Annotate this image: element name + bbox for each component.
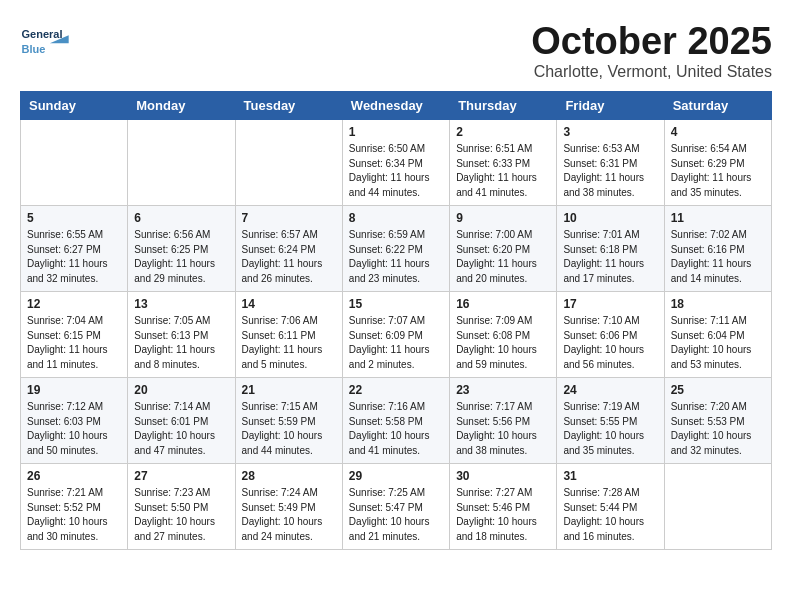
- day-number: 28: [242, 469, 336, 483]
- day-info: Sunrise: 7:20 AM Sunset: 5:53 PM Dayligh…: [671, 400, 765, 458]
- logo-icon: General Blue: [20, 20, 75, 60]
- calendar-cell: 11Sunrise: 7:02 AM Sunset: 6:16 PM Dayli…: [664, 206, 771, 292]
- day-info: Sunrise: 7:21 AM Sunset: 5:52 PM Dayligh…: [27, 486, 121, 544]
- day-number: 16: [456, 297, 550, 311]
- day-number: 17: [563, 297, 657, 311]
- calendar-cell: 24Sunrise: 7:19 AM Sunset: 5:55 PM Dayli…: [557, 378, 664, 464]
- calendar-cell: 18Sunrise: 7:11 AM Sunset: 6:04 PM Dayli…: [664, 292, 771, 378]
- title-area: October 2025 Charlotte, Vermont, United …: [531, 20, 772, 81]
- day-number: 9: [456, 211, 550, 225]
- calendar-week-1: 1Sunrise: 6:50 AM Sunset: 6:34 PM Daylig…: [21, 120, 772, 206]
- weekday-header-saturday: Saturday: [664, 92, 771, 120]
- day-info: Sunrise: 7:28 AM Sunset: 5:44 PM Dayligh…: [563, 486, 657, 544]
- day-number: 25: [671, 383, 765, 397]
- day-number: 20: [134, 383, 228, 397]
- day-info: Sunrise: 6:50 AM Sunset: 6:34 PM Dayligh…: [349, 142, 443, 200]
- day-info: Sunrise: 6:59 AM Sunset: 6:22 PM Dayligh…: [349, 228, 443, 286]
- day-number: 31: [563, 469, 657, 483]
- calendar-cell: 27Sunrise: 7:23 AM Sunset: 5:50 PM Dayli…: [128, 464, 235, 550]
- day-number: 23: [456, 383, 550, 397]
- day-number: 11: [671, 211, 765, 225]
- day-info: Sunrise: 6:56 AM Sunset: 6:25 PM Dayligh…: [134, 228, 228, 286]
- calendar-cell: [664, 464, 771, 550]
- page-header: General Blue October 2025 Charlotte, Ver…: [20, 20, 772, 81]
- day-number: 13: [134, 297, 228, 311]
- calendar-cell: 22Sunrise: 7:16 AM Sunset: 5:58 PM Dayli…: [342, 378, 449, 464]
- day-info: Sunrise: 7:16 AM Sunset: 5:58 PM Dayligh…: [349, 400, 443, 458]
- calendar-cell: 7Sunrise: 6:57 AM Sunset: 6:24 PM Daylig…: [235, 206, 342, 292]
- location: Charlotte, Vermont, United States: [531, 63, 772, 81]
- svg-text:General: General: [22, 28, 63, 40]
- day-number: 21: [242, 383, 336, 397]
- day-number: 8: [349, 211, 443, 225]
- svg-text:Blue: Blue: [22, 43, 46, 55]
- calendar-table: SundayMondayTuesdayWednesdayThursdayFrid…: [20, 91, 772, 550]
- calendar-week-5: 26Sunrise: 7:21 AM Sunset: 5:52 PM Dayli…: [21, 464, 772, 550]
- calendar-cell: [235, 120, 342, 206]
- calendar-cell: 12Sunrise: 7:04 AM Sunset: 6:15 PM Dayli…: [21, 292, 128, 378]
- day-number: 10: [563, 211, 657, 225]
- calendar-cell: 2Sunrise: 6:51 AM Sunset: 6:33 PM Daylig…: [450, 120, 557, 206]
- day-info: Sunrise: 6:53 AM Sunset: 6:31 PM Dayligh…: [563, 142, 657, 200]
- weekday-header-friday: Friday: [557, 92, 664, 120]
- calendar-cell: 21Sunrise: 7:15 AM Sunset: 5:59 PM Dayli…: [235, 378, 342, 464]
- day-info: Sunrise: 7:04 AM Sunset: 6:15 PM Dayligh…: [27, 314, 121, 372]
- calendar-cell: 10Sunrise: 7:01 AM Sunset: 6:18 PM Dayli…: [557, 206, 664, 292]
- calendar-cell: 3Sunrise: 6:53 AM Sunset: 6:31 PM Daylig…: [557, 120, 664, 206]
- calendar-cell: 25Sunrise: 7:20 AM Sunset: 5:53 PM Dayli…: [664, 378, 771, 464]
- calendar-cell: 19Sunrise: 7:12 AM Sunset: 6:03 PM Dayli…: [21, 378, 128, 464]
- calendar-week-3: 12Sunrise: 7:04 AM Sunset: 6:15 PM Dayli…: [21, 292, 772, 378]
- day-info: Sunrise: 7:10 AM Sunset: 6:06 PM Dayligh…: [563, 314, 657, 372]
- day-info: Sunrise: 7:01 AM Sunset: 6:18 PM Dayligh…: [563, 228, 657, 286]
- day-number: 7: [242, 211, 336, 225]
- day-info: Sunrise: 7:17 AM Sunset: 5:56 PM Dayligh…: [456, 400, 550, 458]
- calendar-cell: 17Sunrise: 7:10 AM Sunset: 6:06 PM Dayli…: [557, 292, 664, 378]
- day-info: Sunrise: 7:25 AM Sunset: 5:47 PM Dayligh…: [349, 486, 443, 544]
- logo: General Blue: [20, 20, 75, 60]
- day-info: Sunrise: 6:57 AM Sunset: 6:24 PM Dayligh…: [242, 228, 336, 286]
- weekday-header-tuesday: Tuesday: [235, 92, 342, 120]
- calendar-cell: 30Sunrise: 7:27 AM Sunset: 5:46 PM Dayli…: [450, 464, 557, 550]
- calendar-cell: 8Sunrise: 6:59 AM Sunset: 6:22 PM Daylig…: [342, 206, 449, 292]
- calendar-cell: 31Sunrise: 7:28 AM Sunset: 5:44 PM Dayli…: [557, 464, 664, 550]
- day-info: Sunrise: 6:54 AM Sunset: 6:29 PM Dayligh…: [671, 142, 765, 200]
- day-number: 6: [134, 211, 228, 225]
- weekday-header-monday: Monday: [128, 92, 235, 120]
- day-info: Sunrise: 7:27 AM Sunset: 5:46 PM Dayligh…: [456, 486, 550, 544]
- calendar-week-2: 5Sunrise: 6:55 AM Sunset: 6:27 PM Daylig…: [21, 206, 772, 292]
- weekday-header-thursday: Thursday: [450, 92, 557, 120]
- day-number: 14: [242, 297, 336, 311]
- day-info: Sunrise: 7:07 AM Sunset: 6:09 PM Dayligh…: [349, 314, 443, 372]
- calendar-body: 1Sunrise: 6:50 AM Sunset: 6:34 PM Daylig…: [21, 120, 772, 550]
- calendar-cell: 9Sunrise: 7:00 AM Sunset: 6:20 PM Daylig…: [450, 206, 557, 292]
- calendar-cell: 1Sunrise: 6:50 AM Sunset: 6:34 PM Daylig…: [342, 120, 449, 206]
- day-number: 4: [671, 125, 765, 139]
- day-number: 2: [456, 125, 550, 139]
- calendar-header-row: SundayMondayTuesdayWednesdayThursdayFrid…: [21, 92, 772, 120]
- day-number: 5: [27, 211, 121, 225]
- day-number: 18: [671, 297, 765, 311]
- calendar-cell: [128, 120, 235, 206]
- calendar-cell: 14Sunrise: 7:06 AM Sunset: 6:11 PM Dayli…: [235, 292, 342, 378]
- day-info: Sunrise: 7:00 AM Sunset: 6:20 PM Dayligh…: [456, 228, 550, 286]
- calendar-cell: 13Sunrise: 7:05 AM Sunset: 6:13 PM Dayli…: [128, 292, 235, 378]
- day-info: Sunrise: 7:23 AM Sunset: 5:50 PM Dayligh…: [134, 486, 228, 544]
- calendar-cell: 28Sunrise: 7:24 AM Sunset: 5:49 PM Dayli…: [235, 464, 342, 550]
- day-info: Sunrise: 7:05 AM Sunset: 6:13 PM Dayligh…: [134, 314, 228, 372]
- day-info: Sunrise: 7:24 AM Sunset: 5:49 PM Dayligh…: [242, 486, 336, 544]
- day-info: Sunrise: 6:55 AM Sunset: 6:27 PM Dayligh…: [27, 228, 121, 286]
- day-number: 22: [349, 383, 443, 397]
- day-number: 29: [349, 469, 443, 483]
- calendar-cell: [21, 120, 128, 206]
- calendar-cell: 4Sunrise: 6:54 AM Sunset: 6:29 PM Daylig…: [664, 120, 771, 206]
- day-info: Sunrise: 7:19 AM Sunset: 5:55 PM Dayligh…: [563, 400, 657, 458]
- day-number: 1: [349, 125, 443, 139]
- day-number: 19: [27, 383, 121, 397]
- day-info: Sunrise: 7:15 AM Sunset: 5:59 PM Dayligh…: [242, 400, 336, 458]
- calendar-cell: 6Sunrise: 6:56 AM Sunset: 6:25 PM Daylig…: [128, 206, 235, 292]
- day-info: Sunrise: 7:06 AM Sunset: 6:11 PM Dayligh…: [242, 314, 336, 372]
- calendar-cell: 20Sunrise: 7:14 AM Sunset: 6:01 PM Dayli…: [128, 378, 235, 464]
- day-number: 26: [27, 469, 121, 483]
- day-info: Sunrise: 7:14 AM Sunset: 6:01 PM Dayligh…: [134, 400, 228, 458]
- day-info: Sunrise: 7:02 AM Sunset: 6:16 PM Dayligh…: [671, 228, 765, 286]
